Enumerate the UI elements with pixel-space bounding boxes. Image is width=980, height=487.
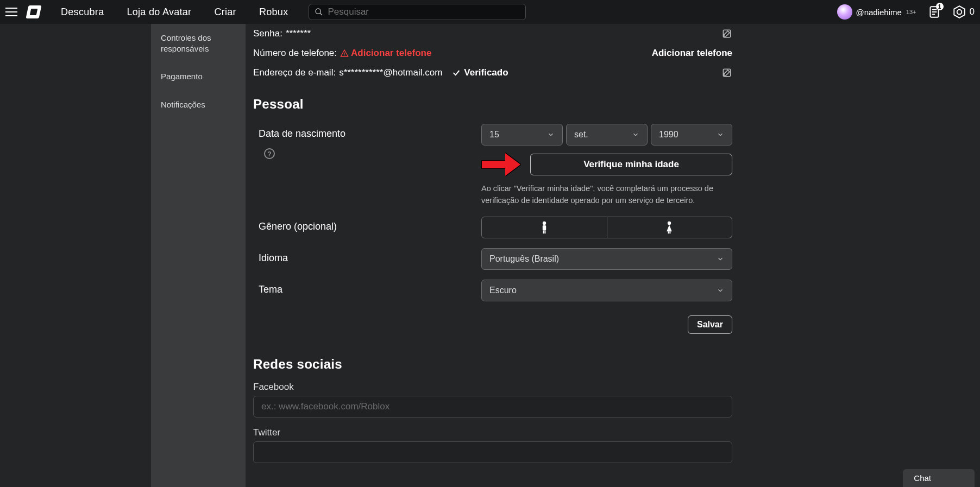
svg-line-1	[320, 13, 322, 15]
gender-male-button[interactable]	[481, 217, 607, 238]
language-label: Idioma	[253, 248, 481, 264]
robux-balance[interactable]: 0	[952, 5, 975, 19]
dob-label: Data de nascimento	[259, 128, 481, 140]
settings-side-panel: Controles dos responsáveis Pagamento Not…	[151, 24, 246, 487]
roblox-logo[interactable]	[26, 5, 41, 18]
edit-icon	[721, 28, 732, 39]
email-verified: Verificado	[452, 67, 508, 78]
svg-rect-13	[543, 225, 546, 231]
verify-age-hint: Ao clicar "Verificar minha idade", você …	[481, 182, 732, 207]
row-password: Senha: *******	[253, 24, 732, 43]
dob-help-icon[interactable]: ?	[264, 148, 275, 159]
side-item-notifications[interactable]: Notificações	[151, 91, 246, 119]
nav-create[interactable]: Criar	[214, 7, 236, 18]
email-value: s***********@hotmail.com	[339, 67, 442, 78]
avatar	[837, 4, 852, 20]
twitter-label: Twitter	[253, 427, 732, 438]
dob-month-select[interactable]: set.	[566, 124, 648, 146]
side-item-parental[interactable]: Controles dos responsáveis	[151, 24, 246, 62]
facebook-label: Facebook	[253, 382, 732, 393]
save-button[interactable]: Salvar	[688, 315, 732, 334]
chevron-down-icon	[717, 255, 724, 263]
chevron-down-icon	[717, 131, 724, 138]
nav-discover[interactable]: Descubra	[61, 7, 104, 18]
svg-marker-6	[954, 6, 965, 18]
annotation-arrow	[481, 153, 520, 176]
section-title-personal: Pessoal	[253, 97, 732, 112]
gender-label: Gênero (opcional)	[253, 217, 481, 232]
chevron-down-icon	[547, 131, 555, 138]
svg-point-12	[543, 222, 546, 225]
svg-point-0	[316, 9, 321, 14]
row-dob: Data de nascimento ? 15 set.	[253, 119, 732, 212]
nav-links: Descubra Loja do Avatar Criar Robux	[61, 7, 288, 18]
add-phone-button[interactable]: Adicionar telefone	[652, 48, 732, 59]
phone-label: Número de telefone:	[253, 48, 337, 59]
password-value: *******	[286, 28, 311, 39]
search-input[interactable]	[328, 7, 520, 17]
row-language: Idioma Português (Brasil)	[253, 244, 732, 275]
menu-icon[interactable]	[5, 8, 17, 16]
notifications-button[interactable]: 1	[926, 4, 943, 20]
edit-icon	[721, 67, 732, 78]
twitter-input[interactable]	[253, 441, 732, 463]
email-label: Endereço de e-mail:	[253, 67, 336, 78]
username: @nadiehime	[856, 8, 901, 17]
check-icon	[452, 68, 461, 77]
verify-age-button[interactable]: Verifique minha idade	[530, 154, 732, 175]
row-email: Endereço de e-mail: s***********@hotmail…	[253, 63, 732, 83]
svg-point-7	[957, 10, 962, 15]
section-title-social: Redes sociais	[253, 357, 732, 372]
svg-rect-18	[670, 231, 671, 233]
top-nav: Descubra Loja do Avatar Criar Robux @nad…	[0, 0, 980, 24]
side-item-payment[interactable]: Pagamento	[151, 62, 246, 91]
nav-avatar-shop[interactable]: Loja do Avatar	[127, 7, 191, 18]
edit-password-button[interactable]	[721, 28, 732, 39]
svg-point-10	[344, 55, 345, 55]
alert-icon	[340, 49, 349, 58]
svg-rect-15	[544, 231, 545, 234]
language-select[interactable]: Português (Brasil)	[481, 248, 732, 270]
svg-rect-17	[668, 231, 669, 233]
svg-rect-14	[543, 231, 544, 234]
theme-label: Tema	[253, 280, 481, 295]
dob-day-select[interactable]: 15	[481, 124, 563, 146]
chevron-down-icon	[717, 287, 724, 294]
user-menu[interactable]: @nadiehime 13+	[837, 4, 916, 20]
password-label: Senha:	[253, 28, 282, 39]
female-icon	[664, 221, 675, 234]
robux-amount: 0	[970, 7, 975, 17]
row-phone: Número de telefone: Adicionar telefone A…	[253, 43, 732, 63]
nav-robux[interactable]: Robux	[259, 7, 288, 18]
row-theme: Tema Escuro	[253, 275, 732, 307]
age-badge: 13+	[906, 9, 916, 15]
chevron-down-icon	[632, 131, 639, 138]
search-box[interactable]	[309, 4, 526, 20]
phone-warning: Adicionar telefone	[340, 48, 431, 59]
male-icon	[539, 221, 550, 234]
facebook-input[interactable]	[253, 396, 732, 418]
svg-point-16	[668, 222, 671, 225]
search-icon	[315, 8, 323, 16]
theme-select[interactable]: Escuro	[481, 280, 732, 301]
gender-female-button[interactable]	[607, 217, 733, 238]
row-gender: Gênero (opcional)	[253, 212, 732, 244]
notifications-badge: 1	[936, 3, 944, 10]
edit-email-button[interactable]	[721, 67, 732, 78]
robux-icon	[952, 5, 966, 19]
chat-button[interactable]: Chat	[903, 469, 975, 487]
dob-year-select[interactable]: 1990	[651, 124, 732, 146]
